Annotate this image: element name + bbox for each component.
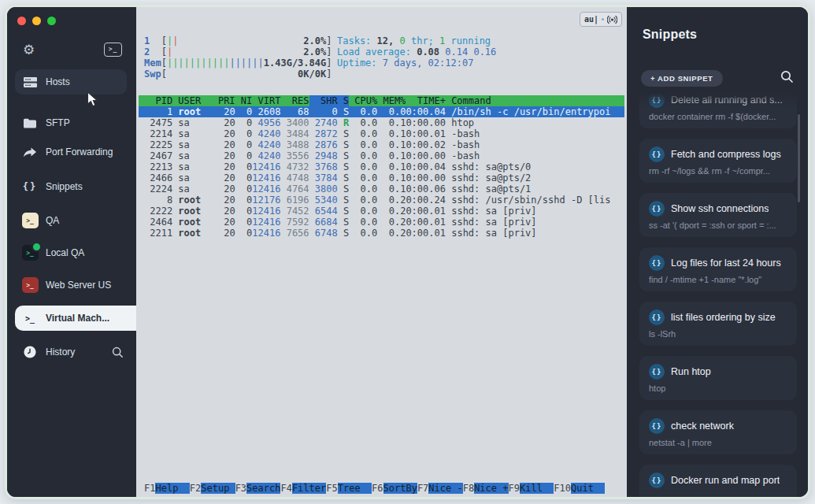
htop-function-key-bar: F1Help F2Setup F3SearchF4FilterF5Tree F6… [144, 483, 605, 494]
snippet-card[interactable]: {}Fetch and compress logsrm -rf ~/logs &… [639, 139, 797, 183]
snippet-card-title-row: {}Run htop [649, 364, 787, 380]
process-table-header[interactable]: PID USER PRI NI VIRT RES SHR S CPU% MEM%… [139, 95, 624, 106]
snippet-title: Run htop [671, 366, 711, 377]
process-row-pid-2466[interactable]: 2466 sa 20 012416 4748 3784 S 0.0 0.10:0… [139, 172, 624, 183]
add-snippet-button[interactable]: + ADD SNIPPET [641, 70, 723, 87]
fkey-f3[interactable]: F3Search [235, 483, 281, 494]
snippet-card[interactable]: {}Log files for last 24 hoursfind / -mti… [639, 247, 797, 291]
snippet-title: Delete all running and s... [671, 94, 783, 106]
fkey-f9[interactable]: F9Kill [509, 483, 554, 494]
uptime-line: Uptime: 7 days, 02:12:07 [337, 57, 496, 69]
process-row-pid-2225[interactable]: 2225 sa 20 0 4240 3488 2876 S 0.0 0.10:0… [139, 139, 624, 150]
snippet-command: find / -mtime +1 -name "*.log" [649, 275, 787, 284]
htop-meters: 1 [|| 2.0%]2 [| 2.0%]Mem[|||||||||||||||… [144, 35, 624, 80]
snippets-search-icon[interactable] [780, 70, 794, 83]
badge-separator-dot [602, 18, 604, 20]
forward-arrow-icon-wrap [21, 147, 39, 158]
process-row-pid-2214[interactable]: 2214 sa 20 0 4240 3484 2872 S 0.0 0.10:0… [139, 128, 624, 139]
snippet-card-title-row: {}Fetch and compress logs [649, 146, 787, 162]
snippet-title: Show ssh connections [671, 203, 769, 214]
online-status-dot [31, 242, 42, 252]
snippet-card-title-row: {}Show ssh connections [649, 201, 787, 217]
sidebar-item-label: Hosts [46, 76, 70, 87]
snippet-card-title-row: {}Log files for last 24 hours [649, 255, 787, 271]
process-row-pid-2222[interactable]: 2222 root 20 012416 7452 6544 S 0.0 0.20… [139, 206, 624, 217]
snippets-panel: Snippets + ADD SNIPPET {}Delete all runn… [627, 7, 808, 497]
sidebar-item-snippets[interactable]: {}Snippets [7, 173, 136, 200]
server-icon [24, 76, 37, 88]
snippets-list-viewport: {}Delete all running and s...docker cont… [627, 89, 808, 497]
snippets-panel-title: Snippets [643, 28, 697, 42]
fkey-f5[interactable]: F5Tree [326, 483, 372, 494]
forward-arrow-icon [23, 147, 37, 158]
sidebar-item-hosts[interactable]: Hosts [7, 69, 136, 95]
snippet-card[interactable]: {}Run htophtop [639, 356, 797, 400]
terminal-tile-icon: >_ [22, 213, 39, 228]
process-row-pid-8[interactable]: 8 root 20 012176 6196 5340 S 0.0 0.20:00… [139, 195, 624, 206]
sidebar-item-label: Local QA [46, 247, 84, 258]
sidebar-search-icon[interactable] [112, 346, 124, 358]
sidebar-item-label: QA [46, 215, 59, 226]
sidebar-item-qa[interactable]: >_QA [7, 207, 136, 234]
fkey-f8[interactable]: F8Nice + [463, 483, 509, 494]
fkey-f10[interactable]: F10Quit [554, 483, 605, 494]
terminal-glyph-icon: >_ [25, 314, 35, 323]
broadcast-icon [607, 15, 617, 24]
clock-icon-wrap [21, 346, 39, 358]
sidebar-item-history[interactable]: History [7, 339, 136, 365]
snippet-braces-icon: {} [649, 201, 665, 217]
braces-icon-wrap: {} [21, 181, 39, 192]
sidebar-item-label: SFTP [46, 117, 70, 128]
process-row-pid-2224[interactable]: 2224 sa 20 012416 4764 3800 S 0.0 0.10:0… [139, 183, 624, 195]
sidebar-item-virtual-machine[interactable]: >_Virtual Mach... [7, 305, 136, 332]
snippet-card[interactable]: {}Show ssh connectionsss -at '( dport = … [639, 193, 797, 237]
snippet-card[interactable]: {}list files ordering by sizels -lSrh [639, 302, 797, 346]
sidebar-item-web-server-us[interactable]: >_Web Server US [7, 272, 136, 298]
keyboard-layout-label: au| [584, 15, 598, 24]
process-row-pid-1[interactable]: 1 root 20 0 2608 68 0 S 0.0 0.00:00.04 /… [139, 106, 624, 117]
terminal-plain-icon-wrap: >_ [21, 314, 39, 323]
process-row-pid-2213[interactable]: 2213 sa 20 012416 4732 3768 S 0.0 0.10:0… [139, 161, 624, 172]
clock-icon [24, 346, 36, 358]
fkey-f4[interactable]: F4Filter [280, 483, 326, 494]
snippet-card[interactable]: {}Docker run and map port [639, 465, 797, 497]
process-row-pid-2211[interactable]: 2211 root 20 012416 7656 6748 S 0.0 0.20… [139, 228, 624, 239]
fkey-f6[interactable]: F6SortBy [372, 483, 417, 494]
terminal-dark-icon-wrap: >_ [21, 245, 39, 261]
snippet-card[interactable]: {}Delete all running and s...docker cont… [639, 89, 797, 128]
fkey-f1[interactable]: F1Help [144, 483, 190, 494]
snippets-scrollbar-thumb[interactable] [798, 114, 800, 202]
snippet-card-title-row: {}Docker run and map port [649, 472, 787, 488]
snippet-title: Docker run and map port [671, 475, 780, 486]
load-average-line: Load average: 0.08 0.14 0.16 [337, 46, 496, 57]
htop-process-table: PID USER PRI NI VIRT RES SHR S CPU% MEM%… [139, 95, 624, 239]
snippet-braces-icon: {} [649, 418, 665, 434]
folder-icon-wrap [21, 118, 39, 128]
process-row-pid-2475[interactable]: 2475 sa 20 0 4956 3400 2740 R 0.0 0.10:0… [139, 117, 624, 128]
sidebar-item-label: Virtual Mach... [46, 313, 109, 324]
sidebar-item-sftp[interactable]: SFTP [7, 109, 136, 136]
sidebar-item-label: History [46, 346, 75, 358]
snippet-card[interactable]: {}check networknetstat -a | more [639, 410, 797, 454]
snippet-braces-icon: {} [649, 255, 665, 271]
terminal-screen[interactable]: au| 1 [|| 2.0%]2 [| 2.0%]Mem[|||||||||||… [136, 7, 627, 497]
snippet-title: check network [671, 421, 734, 432]
snippet-braces-icon: {} [649, 364, 665, 380]
sidebar-item-port-forwarding[interactable]: Port Forwarding [7, 139, 136, 165]
terminal-cream-icon-wrap: >_ [21, 213, 39, 228]
sidebar-item-local-qa[interactable]: >_Local QA [7, 239, 136, 266]
meter-swp: Swp[ 0K/0K] [144, 69, 624, 80]
fkey-f2[interactable]: F2Setup [190, 483, 235, 494]
app-window: ⚙ >_ HostsSFTPPort Forwarding{}Snippets>… [5, 5, 810, 499]
snippet-braces-icon: {} [649, 472, 665, 488]
snippet-command: ls -lSrh [649, 329, 787, 339]
sidebar-item-label: Snippets [46, 181, 83, 192]
fkey-f7[interactable]: F7Nice - [417, 483, 463, 494]
snippets-list: {}Delete all running and s...docker cont… [639, 89, 797, 497]
snippet-command: ss -at '( dport = :ssh or sport = :... [649, 220, 787, 230]
process-row-pid-2464[interactable]: 2464 root 20 012416 7592 6684 S 0.0 0.20… [139, 217, 624, 228]
snippet-command: netstat -a | more [649, 438, 787, 447]
keyboard-layout-badge[interactable]: au| [580, 12, 622, 27]
process-row-pid-2467[interactable]: 2467 sa 20 0 4240 3556 2948 S 0.0 0.10:0… [139, 150, 624, 161]
sidebar-item-label: Port Forwarding [46, 146, 113, 158]
